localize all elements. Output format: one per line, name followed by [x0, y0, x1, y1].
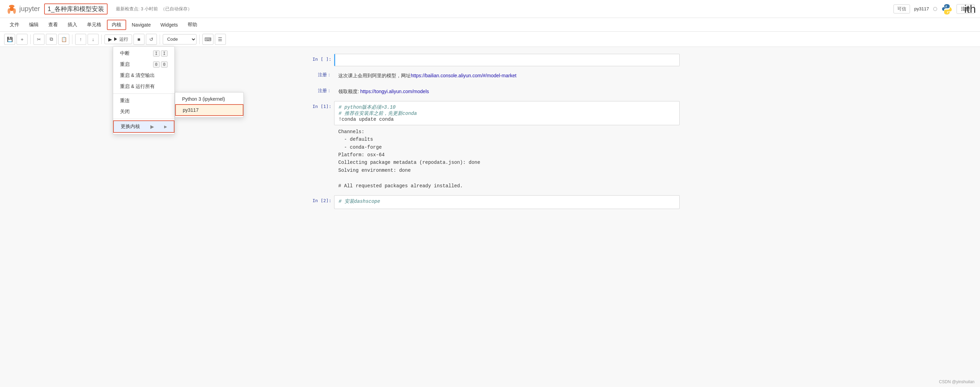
tongyi-link[interactable]: https://tongyi.aliyun.com/models	[360, 89, 429, 94]
cell-2: 注册： 这次课上会用到阿里的模型，网址https://bailian.conso…	[300, 69, 680, 82]
menu-cell[interactable]: 单元格	[83, 20, 105, 29]
kernel-submenu: Python 3 (ipykernel) py3117	[175, 92, 244, 118]
toolbar: 💾 + ✂ ⧉ 📋 ↑ ↓ ▶ ▶ 运行 ■ ↺ Code Markdown R…	[0, 32, 980, 47]
menu-divider-1	[113, 94, 175, 94]
cell-4-code[interactable]: # python版本必须>3.10 # 推荐在安装库之前，先更新conda !c…	[334, 101, 680, 125]
cell-1-code[interactable]	[334, 54, 680, 66]
trusted-badge: 可信	[893, 5, 910, 13]
cell-5: In [2]: # 安装dashscope	[300, 195, 680, 209]
python-icon	[941, 3, 952, 14]
cell-4-body: # python版本必须>3.10 # 推荐在安装库之前，先更新conda !c…	[334, 101, 680, 193]
code-line-2: # 推荐在安装库之前，先更新conda	[339, 110, 675, 116]
change-kernel-label: 更换内核	[121, 123, 140, 130]
interrupt-label: 中断	[120, 50, 130, 57]
menu-bar: 文件 编辑 查看 插入 单元格 内核 Navigate Widgets 帮助	[0, 18, 980, 32]
close-label: 关闭	[120, 109, 130, 115]
menu-interrupt[interactable]: 中断 I I	[113, 48, 175, 59]
cell-3-body: 领取额度: https://tongyi.aliyun.com/models	[334, 85, 680, 98]
menu-restart-clear[interactable]: 重启 & 清空输出	[113, 70, 175, 81]
kernel-status-indicator	[933, 7, 937, 11]
cut-button[interactable]: ✂	[33, 34, 45, 45]
menu-view[interactable]: 查看	[44, 20, 62, 29]
restart-clear-label: 重启 & 清空输出	[120, 72, 155, 79]
cell-2-prompt: 注册：	[300, 69, 331, 78]
paste-button[interactable]: 📋	[58, 34, 69, 45]
cell-4-prompt-text: In [1]:	[312, 104, 331, 109]
menu-insert[interactable]: 插入	[64, 20, 81, 29]
restart-label: 重启	[120, 61, 130, 68]
aliyun-model-link[interactable]: https://bailian.console.aliyun.com/#/mod…	[411, 73, 517, 78]
python3-label: Python 3 (ipykernel)	[182, 96, 225, 102]
menu-divider-2	[113, 119, 175, 119]
menu-close[interactable]: 关闭	[113, 106, 175, 117]
move-up-button[interactable]: ↑	[75, 34, 86, 45]
restart-shortcut: 0 0	[153, 61, 168, 68]
cell-1: In [ ]:	[300, 54, 680, 66]
menu-edit[interactable]: 编辑	[25, 20, 43, 29]
autosave-label: （已自动保存）	[161, 6, 192, 12]
cell-3: 注册： 领取额度: https://tongyi.aliyun.com/mode…	[300, 85, 680, 98]
cell-5-body: # 安装dashscope	[334, 195, 680, 209]
notebook: In [ ]: 注册： 这次课上会用到阿里的模型，网址https://baili…	[273, 54, 707, 212]
cell-5-prompt-text: In [2]:	[312, 198, 331, 203]
jupyter-text: jupyter	[19, 5, 40, 13]
jupyter-icon	[6, 3, 18, 15]
toolbar-separator-1	[30, 35, 31, 44]
cell-type-select[interactable]: Code Markdown Raw	[163, 34, 197, 45]
submenu-arrow: ▶	[150, 124, 154, 129]
menu-file[interactable]: 文件	[6, 20, 24, 29]
keyboard-shortcut-button[interactable]: ⌨	[202, 34, 213, 45]
top-bar: jupyter 1_各种库和模型安装 最新检查点: 3 小时前 （已自动保存） …	[0, 0, 980, 18]
restart-button[interactable]: ↺	[146, 34, 157, 45]
cell-1-prompt: In [ ]:	[300, 54, 331, 62]
menu-help[interactable]: 帮助	[183, 20, 201, 29]
partial-word: ith	[960, 0, 980, 18]
toolbar-separator-4	[160, 35, 160, 44]
cell-3-prompt: 注册：	[300, 85, 331, 94]
run-button[interactable]: ▶ ▶ 运行	[105, 35, 132, 44]
menu-navigate[interactable]: Navigate	[127, 21, 155, 29]
cell-4-prompt: In [1]:	[300, 101, 331, 109]
submenu-python3[interactable]: Python 3 (ipykernel)	[175, 94, 243, 104]
checkpoint-info: 最新检查点: 3 小时前 （已自动保存）	[116, 6, 192, 12]
cell-3-prompt-text: 注册：	[318, 88, 331, 93]
menu-change-kernel[interactable]: 更换内核 ▶	[113, 120, 175, 133]
menu-reconnect[interactable]: 重连	[113, 95, 175, 106]
cell-1-body	[334, 54, 680, 66]
reconnect-label: 重连	[120, 98, 130, 104]
cell-5-prompt: In [2]:	[300, 195, 331, 203]
menu-restart[interactable]: 重启 0 0	[113, 59, 175, 70]
move-down-button[interactable]: ↓	[88, 34, 99, 45]
save-button[interactable]: 💾	[4, 34, 15, 45]
menu-kernel[interactable]: 内核	[107, 20, 126, 30]
kernel-name-display: py3117	[914, 6, 929, 11]
cell-2-body: 这次课上会用到阿里的模型，网址https://bailian.console.a…	[334, 69, 680, 82]
toolbar-separator-5	[199, 35, 200, 44]
menu-widgets[interactable]: Widgets	[156, 21, 182, 29]
py3117-label: py3117	[183, 107, 199, 113]
checkpoint-label: 最新检查点: 3 小时前	[116, 6, 158, 12]
interrupt-shortcut: I I	[153, 50, 168, 57]
cell-4: In [1]: # python版本必须>3.10 # 推荐在安装库之前，先更新…	[300, 101, 680, 193]
cell-2-markdown: 这次课上会用到阿里的模型，网址https://bailian.console.a…	[334, 69, 680, 82]
copy-button[interactable]: ⧉	[46, 34, 57, 45]
svg-point-3	[10, 7, 14, 11]
command-palette-button[interactable]: ☰	[215, 34, 226, 45]
cell-2-prompt-text: 注册：	[318, 72, 331, 77]
run-label: ▶ 运行	[113, 36, 128, 42]
stop-button[interactable]: ■	[134, 34, 145, 45]
add-cell-button[interactable]: +	[17, 34, 28, 45]
cell-4-output: Channels: - defaults - conda-forge Platf…	[334, 125, 680, 193]
toolbar-separator-3	[101, 35, 102, 44]
kernel-dropdown: 中断 I I 重启 0 0 重启 & 清空输出 重启 & 运行所有 重连 关闭 …	[113, 46, 175, 135]
toolbar-separator-2	[72, 35, 72, 44]
code-line-5-1: # 安装dashscope	[339, 198, 675, 205]
restart-run-all-label: 重启 & 运行所有	[120, 83, 155, 90]
menu-restart-run-all[interactable]: 重启 & 运行所有	[113, 81, 175, 92]
code-line-1: # python版本必须>3.10	[339, 104, 675, 110]
notebook-title[interactable]: 1_各种库和模型安装	[44, 3, 108, 14]
bottom-credit: CSDN @yinshuilan	[939, 379, 974, 384]
cell-5-code[interactable]: # 安装dashscope	[334, 195, 680, 209]
submenu-py3117[interactable]: py3117	[175, 104, 243, 116]
jupyter-logo: jupyter	[6, 3, 40, 15]
